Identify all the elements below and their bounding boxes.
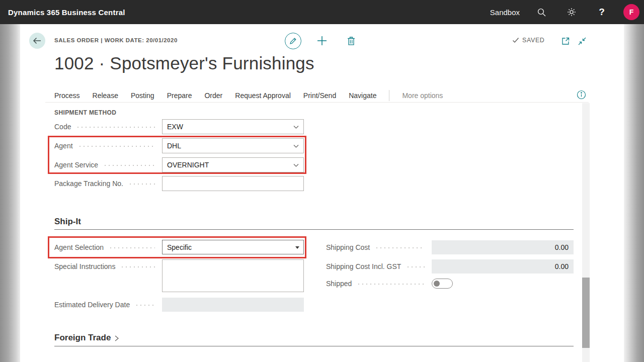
new-plus-icon[interactable] [316, 35, 328, 47]
info-icon[interactable] [577, 90, 586, 100]
page-title: 1002 · Spotsmeyer's Furnishings [54, 53, 314, 73]
desktop-edge-left [0, 24, 20, 362]
agent-selection-value: Specific [167, 243, 192, 251]
ship-it-rule [54, 229, 574, 230]
ship-it-title: Ship-It [54, 217, 81, 227]
help-icon[interactable]: ? [593, 4, 610, 21]
field-row-agent-service: Agent Service OVERNIGHT [54, 157, 304, 172]
action-bar-divider [389, 90, 389, 101]
back-button[interactable] [29, 33, 45, 49]
shipped-toggle-slot [432, 279, 574, 289]
topbar: Dynamics 365 Business Central Sandbox ? … [0, 0, 644, 24]
dot-leader [135, 304, 155, 306]
shipping-cost-field: 0.00 [432, 240, 574, 254]
dot-leader [109, 247, 155, 249]
dot-leader [128, 183, 155, 185]
package-tracking-label: Package Tracking No. [54, 179, 123, 188]
code-label: Code [54, 123, 71, 131]
dot-leader [120, 266, 155, 268]
agent-selection-select[interactable]: Specific [162, 240, 304, 254]
topbar-right: Sandbox ? F [490, 0, 639, 24]
foreign-trade-title: Foreign Trade [54, 333, 111, 343]
foreign-trade-rule [54, 346, 574, 346]
dot-leader [357, 283, 425, 285]
dot-leader [406, 266, 425, 268]
chevron-down-icon [293, 143, 299, 149]
select-arrow-icon [295, 246, 299, 249]
chevron-right-icon [114, 335, 120, 342]
action-print-send[interactable]: Print/Send [303, 92, 336, 100]
help-glyph: ? [599, 7, 605, 18]
saved-label: SAVED [522, 37, 544, 44]
chevron-down-icon [293, 162, 299, 168]
search-icon[interactable] [533, 4, 550, 21]
agent-service-dropdown[interactable]: OVERNIGHT [162, 157, 304, 172]
action-release[interactable]: Release [93, 92, 118, 100]
context-caption: SALES ORDER | WORK DATE: 20/01/2020 [54, 37, 178, 43]
app-title: Dynamics 365 Business Central [8, 8, 125, 17]
chevron-down-icon [293, 124, 299, 130]
package-tracking-input[interactable] [162, 176, 304, 191]
action-prepare[interactable]: Prepare [167, 92, 192, 100]
field-row-code: Code EXW [54, 119, 304, 134]
shipped-label: Shipped [326, 280, 352, 288]
scrollbar-thumb[interactable] [582, 278, 590, 348]
more-options-button[interactable]: More options [402, 92, 443, 100]
environment-label[interactable]: Sandbox [490, 8, 520, 17]
dot-leader [78, 145, 155, 147]
shipped-toggle[interactable] [432, 279, 453, 289]
action-navigate[interactable]: Navigate [349, 92, 376, 100]
dot-leader [76, 126, 155, 128]
field-row-estimated-delivery: Estimated Delivery Date [54, 298, 304, 312]
shipping-cost-label: Shipping Cost [326, 243, 370, 251]
dot-leader [103, 164, 155, 166]
estimated-delivery-field [162, 298, 304, 312]
shipping-cost-value: 0.00 [555, 243, 569, 251]
shipment-method-caption: SHIPMENT METHOD [54, 109, 116, 116]
field-row-shipping-cost-gst: Shipping Cost Incl. GST 0.00 [326, 259, 574, 274]
code-value: EXW [167, 123, 183, 131]
avatar-initial: F [629, 8, 634, 16]
action-bar-rule [45, 102, 589, 103]
check-icon [512, 37, 519, 43]
saved-status: SAVED [512, 37, 544, 44]
code-dropdown[interactable]: EXW [162, 119, 304, 134]
ship-it-heading[interactable]: Ship-It [54, 217, 81, 227]
action-request-approval[interactable]: Request Approval [235, 92, 291, 100]
shipping-cost-gst-field: 0.00 [432, 259, 574, 274]
agent-dropdown[interactable]: DHL [162, 138, 304, 153]
dot-leader [375, 247, 425, 249]
shipping-cost-gst-value: 0.00 [555, 262, 569, 270]
field-row-agent: Agent DHL [54, 138, 304, 153]
field-row-shipping-cost: Shipping Cost 0.00 [326, 240, 574, 254]
agent-value: DHL [167, 142, 181, 150]
agent-service-value: OVERNIGHT [167, 161, 209, 169]
avatar[interactable]: F [623, 4, 639, 20]
desktop-edge-right [624, 24, 644, 362]
collapse-icon[interactable] [577, 36, 587, 46]
field-row-package-tracking: Package Tracking No. [54, 176, 304, 191]
special-instructions-textarea[interactable] [162, 259, 304, 292]
toggle-knob [434, 281, 440, 287]
field-row-agent-selection: Agent Selection Specific [54, 240, 304, 254]
field-row-special-instructions: Special Instructions [54, 259, 304, 292]
gear-icon[interactable] [563, 4, 580, 21]
open-in-window-icon[interactable] [560, 36, 571, 46]
field-row-shipped: Shipped [326, 279, 574, 289]
delete-trash-icon[interactable] [345, 35, 357, 47]
agent-label: Agent [54, 142, 73, 150]
page: Dynamics 365 Business Central Sandbox ? … [0, 0, 644, 362]
foreign-trade-heading[interactable]: Foreign Trade [54, 333, 120, 343]
shipping-cost-gst-label: Shipping Cost Incl. GST [326, 262, 401, 270]
action-bar: Process Release Posting Prepare Order Re… [54, 89, 443, 102]
action-posting[interactable]: Posting [131, 92, 154, 100]
action-process[interactable]: Process [54, 92, 80, 100]
agent-service-label: Agent Service [54, 161, 98, 169]
estimated-delivery-label: Estimated Delivery Date [54, 301, 130, 309]
agent-selection-label: Agent Selection [54, 243, 104, 251]
edit-pencil-icon[interactable] [285, 33, 301, 49]
action-order[interactable]: Order [204, 92, 222, 100]
special-instructions-label: Special Instructions [54, 259, 115, 270]
